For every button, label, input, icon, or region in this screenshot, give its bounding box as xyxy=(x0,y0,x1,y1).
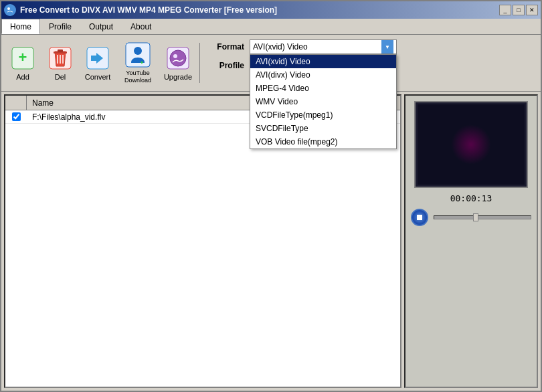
youtube-download-icon xyxy=(124,41,151,68)
menu-home[interactable]: Home xyxy=(1,19,40,34)
svg-point-0 xyxy=(6,6,14,14)
format-label: Format xyxy=(211,42,244,52)
convert-icon xyxy=(84,45,111,72)
svg-point-15 xyxy=(173,54,177,58)
upgrade-icon xyxy=(165,45,191,72)
app-icon xyxy=(4,4,16,16)
window-title: Free Convert to DIVX AVI WMV MP4 MPEG Co… xyxy=(20,5,277,15)
format-select-container: AVI(xvid) Video ▼ AVI(xvid) Video AVI(di… xyxy=(250,39,397,54)
format-option-1[interactable]: AVI(divx) Video xyxy=(250,68,396,82)
video-glow xyxy=(451,124,491,165)
toolbar-right: Format AVI(xvid) Video ▼ AVI(xvid) Video… xyxy=(205,37,535,89)
minimize-button[interactable]: _ xyxy=(499,5,511,15)
close-button[interactable]: ✕ xyxy=(526,5,538,15)
add-button[interactable]: + Add xyxy=(7,45,39,81)
stop-icon xyxy=(417,215,422,220)
toolbar-buttons: + Add Del xyxy=(7,41,194,84)
main-window: Free Convert to DIVX AVI WMV MP4 MPEG Co… xyxy=(0,0,542,392)
col-check-header xyxy=(5,96,27,110)
title-bar: Free Convert to DIVX AVI WMV MP4 MPEG Co… xyxy=(1,1,541,19)
row-checkbox[interactable] xyxy=(5,112,27,121)
format-dropdown-menu: AVI(xvid) Video AVI(divx) Video MPEG-4 V… xyxy=(250,54,397,149)
format-option-3[interactable]: WMV Video xyxy=(250,95,396,108)
format-option-4[interactable]: VCDFileType(mpeg1) xyxy=(250,108,396,122)
format-selected-value: AVI(xvid) Video xyxy=(253,42,308,52)
convert-label: Convert xyxy=(85,73,111,81)
playback-controls xyxy=(411,209,531,226)
format-select[interactable]: AVI(xvid) Video ▼ xyxy=(250,39,397,54)
title-controls: _ □ ✕ xyxy=(499,5,538,15)
file-checkbox[interactable] xyxy=(12,112,21,121)
convert-button[interactable]: Convert xyxy=(82,45,114,81)
youtube-download-button[interactable]: YouTubeDownload xyxy=(119,41,157,84)
video-inner xyxy=(418,104,525,185)
del-label: Del xyxy=(55,73,66,81)
add-icon: + xyxy=(9,45,36,72)
menu-profile[interactable]: Profile xyxy=(40,19,80,34)
seek-handle[interactable] xyxy=(473,213,478,221)
format-option-5[interactable]: SVCDFileType xyxy=(250,122,396,135)
del-icon xyxy=(47,45,74,72)
format-dropdown-arrow[interactable]: ▼ xyxy=(381,40,393,54)
svg-text:+: + xyxy=(19,49,27,66)
seek-bar[interactable] xyxy=(434,215,531,219)
svg-rect-6 xyxy=(58,50,63,52)
add-label: Add xyxy=(16,73,29,81)
format-option-2[interactable]: MPEG-4 Video xyxy=(250,82,396,95)
profile-label: Profile xyxy=(211,61,244,70)
svg-point-1 xyxy=(7,7,10,10)
toolbar-separator xyxy=(199,43,200,83)
format-row: Format AVI(xvid) Video ▼ AVI(xvid) Video… xyxy=(211,39,530,54)
youtube-download-label: YouTubeDownload xyxy=(124,70,151,84)
menu-output[interactable]: Output xyxy=(80,19,122,34)
toolbar: + Add Del xyxy=(1,35,541,92)
format-option-6[interactable]: VOB Video file(mpeg2) xyxy=(250,135,396,149)
svg-point-14 xyxy=(170,50,186,66)
menu-about[interactable]: About xyxy=(122,19,160,34)
menu-bar: Home Profile Output About xyxy=(1,19,541,35)
preview-panel: 00:00:13 xyxy=(404,94,538,388)
svg-point-12 xyxy=(134,47,142,55)
video-preview xyxy=(414,101,528,188)
upgrade-button[interactable]: Upgrade xyxy=(162,45,194,81)
del-button[interactable]: Del xyxy=(44,45,76,81)
video-timestamp: 00:00:13 xyxy=(450,193,492,203)
maximize-button[interactable]: □ xyxy=(513,5,525,15)
title-bar-left: Free Convert to DIVX AVI WMV MP4 MPEG Co… xyxy=(4,4,277,16)
upgrade-label: Upgrade xyxy=(164,73,192,81)
format-option-0[interactable]: AVI(xvid) Video xyxy=(250,55,396,68)
stop-button[interactable] xyxy=(411,209,428,226)
